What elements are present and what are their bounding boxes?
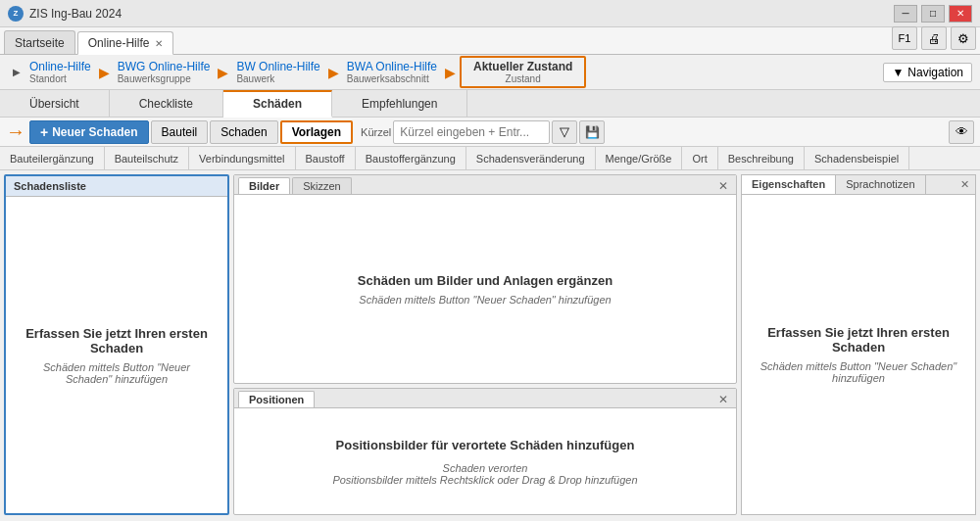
breadcrumb-arrow-2: ▶	[218, 65, 228, 80]
window-controls: ─ □ ✕	[894, 5, 972, 23]
kuerzel-label: Kürzel	[361, 126, 391, 138]
breadcrumb-link-bwg[interactable]: BWG Online-Hilfe Bauwerksgruppe	[118, 60, 211, 84]
title-bar-left: Z ZIS Ing-Bau 2024	[8, 6, 122, 22]
filter-row: Bauteilergänzung Bauteilschutz Verbindun…	[0, 147, 980, 170]
eye-icon[interactable]: 👁	[949, 120, 974, 144]
breadcrumb-online-hilfe: Online-Hilfe Standort	[25, 60, 95, 84]
bauteil-button[interactable]: Bauteil	[151, 120, 209, 144]
filter-tab-bauteilschutz[interactable]: Bauteilschutz	[105, 147, 189, 169]
tab-close-icon[interactable]: ✕	[155, 38, 163, 49]
breadcrumb-active-zustand[interactable]: Aktueller Zustand Zustand	[460, 56, 586, 88]
schadensliste-empty-sub: Schäden mittels Button "Neuer Schaden" h…	[22, 361, 212, 385]
maximize-button[interactable]: □	[921, 5, 945, 23]
right-empty-sub: Schäden mittels Button "Neuer Schaden" h…	[758, 360, 959, 384]
minimize-button[interactable]: ─	[894, 5, 917, 23]
tab-bar: Startseite Online-Hilfe ✕ F1 🖨 ⚙	[0, 27, 980, 55]
toolbar: → + Neuer Schaden Bauteil Schaden Vorlag…	[0, 118, 980, 147]
bilder-panel-close[interactable]: ✕	[714, 179, 732, 193]
schadensliste-header: Schadensliste	[6, 176, 227, 197]
bilder-tab-bar: Bilder Skizzen ✕	[234, 175, 736, 195]
bilder-panel: Bilder Skizzen ✕ Schäden um Bilder und A…	[233, 174, 737, 384]
breadcrumb-link-bwa[interactable]: BWA Online-Hilfe Bauwerksabschnitt	[347, 60, 437, 84]
tab-skizzen[interactable]: Skizzen	[292, 177, 352, 194]
save-icon[interactable]: 💾	[579, 120, 605, 144]
settings-icon[interactable]: ⚙	[951, 26, 976, 50]
positionen-panel-close[interactable]: ✕	[714, 393, 732, 406]
tab-eigenschaften[interactable]: Eigenschaften	[742, 175, 836, 194]
breadcrumb-bw: BW Online-Hilfe Bauwerk	[232, 60, 323, 84]
filter-tab-beschreibung[interactable]: Beschreibung	[718, 147, 805, 169]
breadcrumb-bwa: BWA Online-Hilfe Bauwerksabschnitt	[343, 60, 441, 84]
tab-online-hilfe[interactable]: Online-Hilfe ✕	[77, 31, 174, 55]
quick-btn-1[interactable]: F1	[892, 26, 917, 50]
filter-tab-verbindungsmittel[interactable]: Verbindungsmittel	[189, 147, 295, 169]
breadcrumb-bwg: BWG Online-Hilfe Bauwerksgruppe	[114, 60, 215, 84]
filter-icon[interactable]: ▽	[552, 120, 577, 144]
positionen-empty-sub2: Positionsbilder mittels Rechtsklick oder…	[332, 474, 637, 486]
vorlagen-button[interactable]: Vorlagen	[280, 120, 353, 144]
main-content: Schadensliste Erfassen Sie jetzt Ihren e…	[0, 170, 980, 519]
tab-startseite[interactable]: Startseite	[4, 30, 75, 54]
bilder-empty: Schäden um Bilder und Anlagen ergänzen S…	[234, 195, 736, 383]
positionen-tab-bar: Positionen ✕	[234, 389, 736, 408]
eigenschaften-panel: Eigenschaften Sprachnotizen ✕ Erfassen S…	[741, 174, 976, 515]
nav-chevron-icon: ▼	[892, 66, 904, 79]
plus-icon: +	[40, 124, 48, 140]
filter-tab-baustoffergaenzung[interactable]: Baustoffergänzung	[356, 147, 466, 169]
section-tab-uebersicht[interactable]: Übersicht	[0, 90, 110, 117]
schaden-button[interactable]: Schaden	[210, 120, 277, 144]
positionen-empty-sub1: Schaden verorten	[443, 462, 528, 474]
section-tabs: Übersicht Checkliste Schäden Empfehlunge…	[0, 90, 980, 118]
positionen-empty: Positionsbilder für verortete Schäden hi…	[234, 408, 736, 514]
positionen-empty-title: Positionsbilder für verortete Schäden hi…	[336, 438, 635, 452]
new-schaden-button[interactable]: + Neuer Schaden	[29, 120, 149, 144]
kuerzel-input[interactable]	[393, 120, 550, 144]
section-tab-checkliste[interactable]: Checkliste	[110, 90, 223, 117]
section-tab-schaeden[interactable]: Schäden	[223, 90, 332, 118]
right-tab-bar: Eigenschaften Sprachnotizen ✕	[742, 175, 975, 195]
breadcrumb-bar: ▶ Online-Hilfe Standort ▶ BWG Online-Hil…	[0, 55, 980, 90]
filter-tab-menge[interactable]: Menge/Größe	[596, 147, 683, 169]
right-empty-title: Erfassen Sie jetzt Ihren ersten Schaden	[758, 325, 959, 355]
filter-tab-ort[interactable]: Ort	[682, 147, 717, 169]
bilder-empty-sub: Schäden mittels Button "Neuer Schaden" h…	[359, 294, 611, 306]
print-icon[interactable]: 🖨	[921, 26, 947, 50]
right-panel: Eigenschaften Sprachnotizen ✕ Erfassen S…	[741, 174, 976, 515]
arrow-indicator: →	[6, 120, 25, 143]
app-icon: Z	[8, 6, 24, 22]
tab-sprachnotizen[interactable]: Sprachnotizen	[836, 175, 925, 194]
schadensliste-empty-title: Erfassen Sie jetzt Ihren ersten Schaden	[22, 326, 212, 355]
close-button[interactable]: ✕	[949, 5, 972, 23]
title-bar: Z ZIS Ing-Bau 2024 ─ □ ✕	[0, 0, 980, 27]
bilder-empty-title: Schäden um Bilder und Anlagen ergänzen	[358, 273, 612, 288]
breadcrumb-arrow-1: ▶	[99, 65, 110, 80]
filter-tab-schadensveraenderung[interactable]: Schadensveränderung	[466, 147, 596, 169]
schadensliste-empty: Erfassen Sie jetzt Ihren ersten Schaden …	[6, 197, 227, 513]
tab-bilder[interactable]: Bilder	[238, 177, 290, 194]
schadensliste-panel: Schadensliste Erfassen Sie jetzt Ihren e…	[4, 174, 229, 515]
navigation-button[interactable]: ▼ Navigation	[883, 63, 972, 82]
filter-tab-baustoff[interactable]: Baustoff	[296, 147, 356, 169]
breadcrumb-arrow-3: ▶	[328, 65, 339, 80]
positionen-panel: Positionen ✕ Positionsbilder für verorte…	[233, 388, 737, 515]
section-tab-empfehlungen[interactable]: Empfehlungen	[332, 90, 467, 117]
app-title: ZIS Ing-Bau 2024	[29, 7, 122, 21]
breadcrumb-back-button[interactable]: ▶	[8, 64, 25, 81]
tab-positionen[interactable]: Positionen	[238, 391, 315, 407]
right-panel-close[interactable]: ✕	[955, 175, 975, 194]
filter-tab-schadensbeispiel[interactable]: Schadensbeispiel	[805, 147, 909, 169]
middle-panel: Bilder Skizzen ✕ Schäden um Bilder und A…	[233, 174, 737, 515]
breadcrumb-link-bw[interactable]: BW Online-Hilfe Bauwerk	[236, 60, 319, 84]
right-empty: Erfassen Sie jetzt Ihren ersten Schaden …	[742, 195, 975, 514]
breadcrumb-arrow-4: ▶	[445, 65, 456, 80]
breadcrumb-link-online-hilfe[interactable]: Online-Hilfe Standort	[29, 60, 91, 84]
filter-tab-bauteilergaenzung[interactable]: Bauteilergänzung	[0, 147, 105, 169]
